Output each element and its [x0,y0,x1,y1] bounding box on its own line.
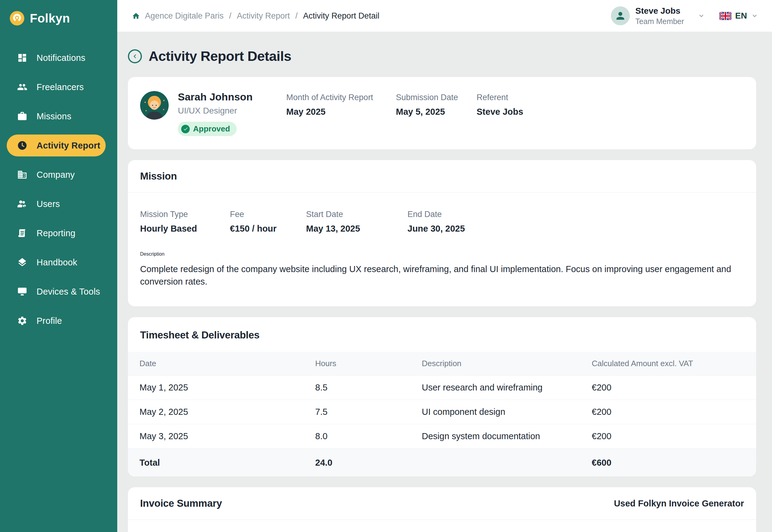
timesheet-table: Date Hours Description Calculated Amount… [128,352,756,477]
field-label: Fee [230,210,306,219]
user-avatar [611,6,630,25]
freelancer-role: UI/UX Designer [178,106,253,116]
sidebar-item-company[interactable]: Company [7,164,106,186]
field-value: June 30, 2025 [408,224,744,234]
mission-card-body: Mission Type Hourly Based Fee €150 / hou… [128,193,756,306]
total-amount: €600 [580,458,756,468]
back-button[interactable] [128,49,142,63]
user-menu[interactable]: Steve Jobs Team Member [611,6,705,26]
sidebar: Folkyn Notifications Freelancers Mission… [0,0,117,532]
page-header: Activity Report Details [128,48,756,64]
total-label: Total [128,458,303,468]
sidebar-item-profile[interactable]: Profile [7,310,106,332]
app-logo[interactable]: Folkyn [0,7,117,29]
sidebar-item-handbook[interactable]: Handbook [7,251,106,273]
user-gear-icon [17,199,27,209]
cell-description: Design system documentation [410,431,580,441]
cell-hours: 8.5 [303,383,410,393]
sidebar-item-devices-tools[interactable]: Devices & Tools [7,281,106,303]
mission-card-header: Mission [128,160,756,193]
cell-amount: €200 [580,431,756,441]
app-screen: Folkyn Notifications Freelancers Mission… [0,0,772,532]
cell-date: May 1, 2025 [128,383,303,393]
check-circle-icon [181,125,190,133]
field-label: Mission Type [140,210,230,219]
breadcrumb: Agence Digitale Paris / Activity Report … [132,11,379,21]
mission-description: Description Complete redesign of the com… [140,251,744,288]
clock-icon [17,140,27,151]
table-total-row: Total 24.0 €600 [128,448,756,477]
briefcase-icon [17,111,27,121]
cell-amount: €200 [580,383,756,393]
cell-amount: €200 [580,407,756,417]
invoice-generator-note: Used Folkyn Invoice Generator [614,499,744,509]
users-icon [17,82,27,92]
dashboard-icon [17,53,27,63]
report-summary-card: Sarah Johnson UI/UX Designer Approved Mo… [128,77,756,149]
field-value: €150 / hour [230,224,306,234]
chevron-down-icon [697,12,705,20]
description-label: Description [140,251,744,257]
table-row: May 2, 2025 7.5 UI component design €200 [128,400,756,424]
column-header-date: Date [128,359,303,368]
language-selector[interactable]: EN [719,11,759,21]
field-value: Hourly Based [140,224,230,234]
sidebar-item-freelancers[interactable]: Freelancers [7,76,106,98]
sidebar-item-missions[interactable]: Missions [7,105,106,127]
nav-label: Activity Report [37,141,100,151]
page-title: Activity Report Details [149,48,291,64]
nav-label: Reporting [37,228,75,238]
timesheet-card: Timesheet & Deliverables Date Hours Desc… [128,317,756,477]
column-header-hours: Hours [303,359,410,368]
referent-field: Referent Steve Jobs [477,91,744,117]
breadcrumb-company[interactable]: Agence Digitale Paris [145,11,223,21]
column-header-description: Description [410,359,580,368]
monitor-icon [17,286,27,297]
main-area: Agence Digitale Paris / Activity Report … [117,0,772,532]
folkyn-logo-icon [9,10,25,26]
mission-card: Mission Mission Type Hourly Based Fee €1… [128,160,756,306]
sidebar-item-notifications[interactable]: Notifications [7,47,106,69]
invoice-card: Invoice Summary Used Folkyn Invoice Gene… [128,487,756,532]
nav-label: Freelancers [37,82,84,92]
freelancer-block: Sarah Johnson UI/UX Designer Approved [140,91,286,136]
cell-hours: 7.5 [303,407,410,417]
page-content: Activity Report Details [117,32,772,532]
freelancer-avatar [140,91,169,120]
chevron-left-icon [131,52,139,60]
report-month-field: Month of Activity Report May 2025 [286,91,396,117]
user-role: Team Member [635,17,684,26]
sidebar-item-activity-report[interactable]: Activity Report [7,135,106,156]
sidebar-item-reporting[interactable]: Reporting [7,222,106,244]
field-label: End Date [408,210,744,219]
sidebar-nav: Notifications Freelancers Missions Activ… [0,47,117,332]
breadcrumb-separator: / [228,11,232,21]
breadcrumb-activity-report[interactable]: Activity Report [237,11,290,21]
invoice-card-header: Invoice Summary Used Folkyn Invoice Gene… [128,487,756,520]
field-label: Start Date [306,210,408,219]
breadcrumb-separator: / [295,11,298,21]
field-value: May 2025 [286,107,396,117]
total-hours: 24.0 [303,458,410,468]
end-date-field: End Date June 30, 2025 [408,210,744,234]
uk-flag-icon [719,12,732,20]
mission-type-field: Mission Type Hourly Based [140,210,230,234]
report-icon [17,228,27,238]
start-date-field: Start Date May 13, 2025 [306,210,408,234]
table-row: May 3, 2025 8.0 Design system documentat… [128,424,756,448]
field-value: Steve Jobs [477,107,744,117]
sidebar-item-users[interactable]: Users [7,193,106,215]
field-label: Month of Activity Report [286,93,396,102]
chevron-down-icon [751,12,759,20]
field-value: May 5, 2025 [396,107,477,117]
timesheet-card-header: Timesheet & Deliverables [128,317,756,352]
invoice-card-title: Invoice Summary [140,498,222,509]
nav-label: Profile [37,316,62,326]
topbar: Agence Digitale Paris / Activity Report … [117,0,772,32]
layers-icon [17,257,27,268]
cell-date: May 3, 2025 [128,431,303,441]
home-icon[interactable] [132,12,140,20]
field-label: Referent [477,93,744,102]
cell-description: User research and wireframing [410,383,580,393]
freelancer-name: Sarah Johnson [178,91,253,103]
